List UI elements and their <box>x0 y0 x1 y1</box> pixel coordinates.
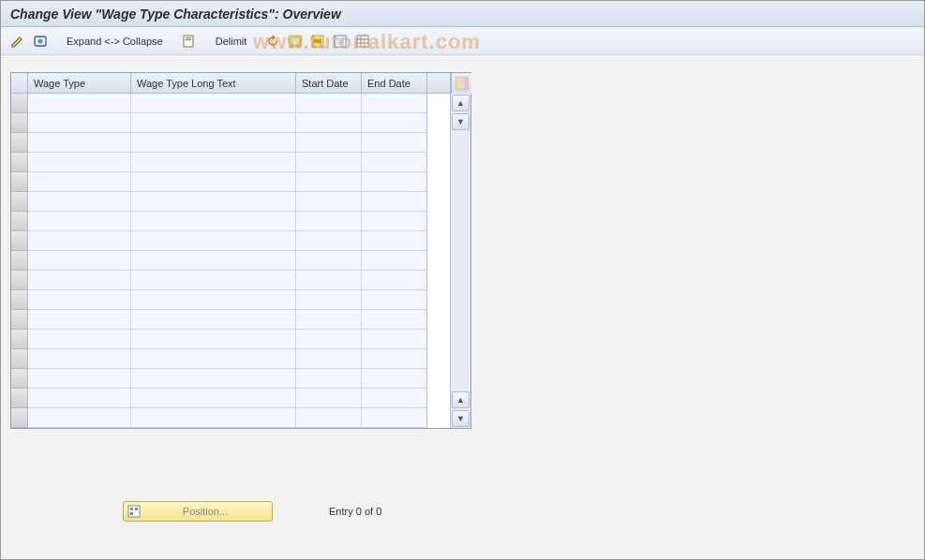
cell-end-date[interactable] <box>362 133 427 153</box>
cell-wage-type[interactable] <box>28 172 131 192</box>
cell-wage-type-long-text[interactable] <box>131 192 296 212</box>
cell-wage-type[interactable] <box>28 113 131 133</box>
cell-end-date[interactable] <box>362 369 427 389</box>
cell-wage-type[interactable] <box>28 271 131 290</box>
cell-end-date[interactable] <box>362 251 427 271</box>
row-selector[interactable] <box>11 408 28 428</box>
select-block-icon[interactable] <box>308 32 327 51</box>
row-selector[interactable] <box>11 192 28 212</box>
row-selector[interactable] <box>11 212 28 231</box>
cell-start-date[interactable] <box>296 231 362 251</box>
cell-end-date[interactable] <box>362 172 427 192</box>
cell-wage-type[interactable] <box>28 251 131 271</box>
cell-wage-type[interactable] <box>28 330 131 349</box>
cell-wage-type[interactable] <box>28 231 131 251</box>
cell-start-date[interactable] <box>296 290 362 310</box>
row-selector[interactable] <box>11 251 28 271</box>
row-selector[interactable] <box>11 172 28 192</box>
row-selector[interactable] <box>11 330 28 349</box>
cell-wage-type[interactable] <box>28 133 131 153</box>
cell-wage-type[interactable] <box>28 290 131 310</box>
row-selector[interactable] <box>11 94 28 113</box>
expand-collapse-button[interactable]: Expand <-> Collapse <box>63 36 167 47</box>
scroll-page-down-button[interactable]: ▲ <box>452 391 470 408</box>
cell-wage-type[interactable] <box>28 94 131 113</box>
row-selector[interactable] <box>11 231 28 251</box>
cell-wage-type[interactable] <box>28 212 131 231</box>
cell-wage-type-long-text[interactable] <box>131 212 296 231</box>
cell-wage-type-long-text[interactable] <box>131 349 296 369</box>
scroll-up-button[interactable]: ▲ <box>452 95 470 111</box>
cell-wage-type-long-text[interactable] <box>131 310 296 330</box>
scroll-down-button[interactable]: ▼ <box>452 410 470 427</box>
cell-start-date[interactable] <box>296 153 362 172</box>
cell-wage-type-long-text[interactable] <box>131 153 296 172</box>
cell-start-date[interactable] <box>296 172 362 192</box>
cell-wage-type-long-text[interactable] <box>131 369 296 389</box>
position-button[interactable]: Position... <box>123 501 273 522</box>
row-selector[interactable] <box>11 153 28 172</box>
delimit-button[interactable]: Delimit <box>212 36 251 47</box>
cell-start-date[interactable] <box>296 369 362 389</box>
cell-wage-type-long-text[interactable] <box>131 94 296 113</box>
col-header-wage-type[interactable]: Wage Type <box>28 73 131 93</box>
cell-end-date[interactable] <box>362 349 427 369</box>
scroll-track[interactable] <box>451 131 470 391</box>
cell-end-date[interactable] <box>362 153 427 172</box>
cell-wage-type[interactable] <box>28 389 131 408</box>
cell-wage-type[interactable] <box>28 369 131 389</box>
row-selector[interactable] <box>11 113 28 133</box>
cell-wage-type[interactable] <box>28 310 131 330</box>
cell-end-date[interactable] <box>362 94 427 113</box>
cell-wage-type-long-text[interactable] <box>131 408 296 428</box>
cell-end-date[interactable] <box>362 310 427 330</box>
cell-start-date[interactable] <box>296 212 362 231</box>
cell-end-date[interactable] <box>362 290 427 310</box>
cell-wage-type-long-text[interactable] <box>131 113 296 133</box>
cell-wage-type-long-text[interactable] <box>131 172 296 192</box>
cell-wage-type[interactable] <box>28 192 131 212</box>
select-all-icon[interactable] <box>286 32 305 51</box>
col-header-start-date[interactable]: Start Date <box>296 73 362 93</box>
cell-wage-type-long-text[interactable] <box>131 271 296 290</box>
other-view-icon[interactable] <box>31 32 50 51</box>
cell-end-date[interactable] <box>362 113 427 133</box>
deselect-all-icon[interactable] <box>331 32 350 51</box>
cell-end-date[interactable] <box>362 408 427 428</box>
scroll-page-up-button[interactable]: ▼ <box>452 113 470 130</box>
change-icon[interactable] <box>8 32 27 51</box>
row-selector[interactable] <box>11 133 28 153</box>
cell-end-date[interactable] <box>362 271 427 290</box>
cell-start-date[interactable] <box>296 113 362 133</box>
row-selector[interactable] <box>11 310 28 330</box>
cell-wage-type-long-text[interactable] <box>131 290 296 310</box>
cell-wage-type[interactable] <box>28 153 131 172</box>
configure-columns-icon[interactable] <box>451 73 471 94</box>
row-selector[interactable] <box>11 389 28 408</box>
col-header-end-date[interactable]: End Date <box>362 73 427 93</box>
row-selector[interactable] <box>11 369 28 389</box>
cell-start-date[interactable] <box>296 192 362 212</box>
cell-wage-type-long-text[interactable] <box>131 133 296 153</box>
cell-wage-type-long-text[interactable] <box>131 330 296 349</box>
cell-start-date[interactable] <box>296 408 362 428</box>
cell-start-date[interactable] <box>296 94 362 113</box>
cell-end-date[interactable] <box>362 389 427 408</box>
cell-start-date[interactable] <box>296 271 362 290</box>
cell-end-date[interactable] <box>362 212 427 231</box>
cell-end-date[interactable] <box>362 192 427 212</box>
cell-end-date[interactable] <box>362 231 427 251</box>
row-selector[interactable] <box>11 290 28 310</box>
row-selector[interactable] <box>11 271 28 290</box>
row-selector-header[interactable] <box>11 73 28 93</box>
cell-wage-type[interactable] <box>28 408 131 428</box>
cell-start-date[interactable] <box>296 133 362 153</box>
cell-wage-type[interactable] <box>28 349 131 369</box>
cell-wage-type-long-text[interactable] <box>131 251 296 271</box>
col-header-wage-type-long-text[interactable]: Wage Type Long Text <box>131 73 296 93</box>
cell-wage-type-long-text[interactable] <box>131 389 296 408</box>
cell-end-date[interactable] <box>362 330 427 349</box>
cell-start-date[interactable] <box>296 251 362 271</box>
new-entries-icon[interactable] <box>180 32 199 51</box>
row-selector[interactable] <box>11 349 28 369</box>
